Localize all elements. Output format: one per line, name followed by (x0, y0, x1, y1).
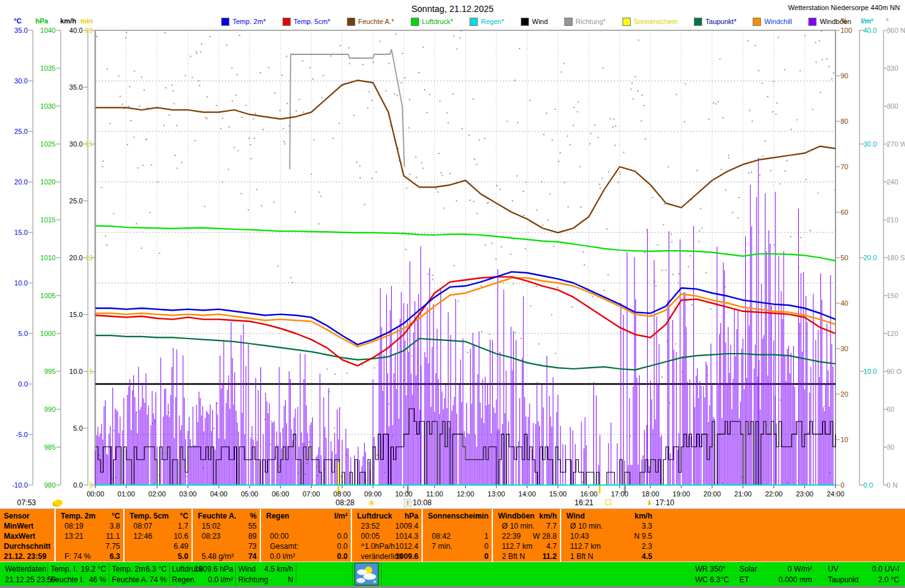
col-temp-5cm-row1-time: 08:07 (133, 521, 152, 531)
col-temp-2m-row1-time: 08:19 (64, 521, 83, 531)
statusbar-label: WC 6.3°C (695, 575, 729, 585)
col-regen-header: Regen (266, 511, 289, 521)
col-wind-row3-time: 112.7 km (570, 541, 600, 551)
statusbar-divider (296, 563, 296, 585)
statusbar-label: WR 350° (695, 564, 726, 575)
decor (363, 573, 376, 580)
col-wind-row2-time: 10:43 (570, 531, 589, 541)
marker-time-sunset: 16:21 (574, 498, 593, 507)
col-regen-row3-value: 0.0 (311, 541, 348, 551)
col-sonnenschein-row2-time: 08:42 (432, 531, 451, 541)
col-regen-row2-value: 0.0 (311, 531, 348, 541)
col-wind-row1-value: 3.3 (616, 521, 652, 531)
sensor-statistics-table: SensorMinWertMaxWertDurchschnitt21.12. 2… (0, 508, 905, 561)
table-separator (123, 509, 125, 561)
col-wind-header: Wind (566, 511, 585, 521)
col-sonnenschein-unit: min (459, 511, 489, 521)
col-temp-5cm-row2-time: 12:46 (133, 531, 152, 541)
col-temp-5cm-row2-value: 10.6 (152, 531, 188, 541)
col-sonnenschein-row3-value: 0 (452, 541, 489, 551)
decor (357, 570, 367, 575)
table-separator (191, 509, 193, 561)
statusbar-value: 0.0 l/m² (172, 575, 233, 585)
col-temp-5cm-row4-value: 5.0 (152, 551, 188, 561)
col-temp-2m-row2-value: 11.1 (83, 531, 120, 541)
col-luftdruck-unit: hPa (389, 511, 418, 521)
col-feuchte-a--row2-time: 08:23 (202, 531, 221, 541)
sunset-icon (605, 500, 611, 505)
table-separator (54, 509, 56, 561)
marker-time-sunrise: 08:28 (336, 498, 355, 507)
sun-icon: ☀ (368, 498, 375, 508)
col-feuchte-a--row2-value: 89 (220, 531, 257, 541)
col-wind-unit: km/h (623, 511, 652, 521)
col-luftdruck-row2-time: 00:05 (361, 531, 380, 541)
col-regen-row2-time: 00:00 (270, 531, 289, 541)
weather-station-app: Sonntag, 21.12.2025 Wetterstation Nieder… (0, 0, 905, 588)
statusbar-divider (169, 563, 170, 585)
col-regen-row4-time: 0.0 l/m² (270, 551, 295, 561)
col-regen-unit: l/m² (319, 511, 348, 521)
col-temp-2m-header: Temp. 2m (61, 511, 95, 521)
col-wind-row2-value: N 9.5 (616, 531, 652, 541)
dawn-icon (54, 498, 63, 507)
partly-cloudy-icon (355, 563, 379, 585)
table-separator (260, 509, 261, 561)
dawn-icon (54, 500, 63, 505)
statusbar-value: 0.000 mm (739, 575, 812, 585)
statusbar-value: 1009.6 hPa (172, 564, 233, 575)
table-separator (422, 509, 423, 561)
col-wind-row4-value: 4.5 (616, 551, 652, 561)
col-feuchte-a--row3-value: 73 (220, 541, 257, 551)
col-temp-2m-row4-value: 6.3 (83, 551, 120, 561)
table-row-label: Durchschnitt (4, 541, 51, 551)
partly-cloudy-icon (355, 563, 378, 585)
col-feuchte-a--row4-value: 74 (220, 551, 257, 561)
statusbar-value: 46 % (51, 575, 106, 585)
table-separator (351, 509, 352, 561)
col-temp-2m-row3-value: 7.75 (83, 541, 120, 551)
table-row-label: MinWert (4, 521, 33, 531)
statusbar-divider (352, 563, 353, 585)
moonset-icon: ⬇· (647, 498, 655, 507)
table-row-label: Sensor (4, 511, 30, 521)
col-luftdruck-row3-value: 1012.4 (382, 541, 418, 551)
col-luftdruck-row2-value: 1014.3 (382, 531, 418, 541)
col-windb-en-row1-value: 7.7 (520, 521, 557, 531)
col-luftdruck-row1-value: 1009.4 (382, 521, 418, 531)
col-temp-5cm-row1-value: 1.7 (152, 521, 188, 531)
table-row-label: 21.12. 23:59 (4, 551, 46, 561)
decor (374, 580, 376, 583)
col-wind-row3-value: 2.3 (616, 541, 652, 551)
col-feuchte-a--unit: % (228, 511, 257, 521)
col-temp-5cm-row3-value: 6.49 (152, 541, 188, 551)
col-sonnenschein-row2-value: 1 (452, 531, 489, 541)
moonset-icon: ⬇ (647, 499, 652, 507)
moonrise-icon: ⬆ (404, 499, 411, 507)
statusbar-value: N (238, 575, 293, 585)
col-temp-2m-unit: °C (91, 511, 120, 521)
col-windb-en-row2-time: 22:39 (502, 531, 521, 541)
statusbar-value: 4.5 km/h (238, 564, 293, 575)
current-weather-statusbar: Wetterdaten21.12.25 23:59Temp. I.19.2 °C… (0, 561, 905, 587)
table-row-label: MaxWert (4, 531, 35, 541)
col-temp-2m-row2-time: 13:21 (64, 531, 83, 541)
sunset-icon (605, 498, 611, 507)
statusbar-value: 6.3 °C (112, 564, 167, 575)
moonrise-icon: ⬆ (404, 498, 411, 507)
decor (356, 578, 365, 583)
statusbar-value: 0.0 UV-I (828, 564, 899, 575)
statusbar-divider (235, 563, 236, 585)
col-feuchte-a--row1-value: 55 (220, 521, 257, 531)
col-wind-row1-time: Ø 10 min. (570, 521, 603, 531)
col-regen-row3-time: Gesamt: (270, 541, 298, 551)
statusbar-divider (381, 563, 382, 585)
col-windb-en-row4-value: 11.2 (520, 551, 557, 561)
table-separator (492, 509, 493, 561)
moonset-icon: · (652, 499, 655, 507)
statusbar-value: 0 W/m² (739, 564, 812, 575)
col-luftdruck-row4-value: 1009.6 (382, 551, 418, 561)
sun-moon-markers: 07:5308:28☀10:08⬆16:2117:10⬇· (0, 0, 905, 512)
col-luftdruck-header: Luftdruck (357, 511, 392, 521)
marker-time-dawn: 07:53 (17, 498, 36, 507)
